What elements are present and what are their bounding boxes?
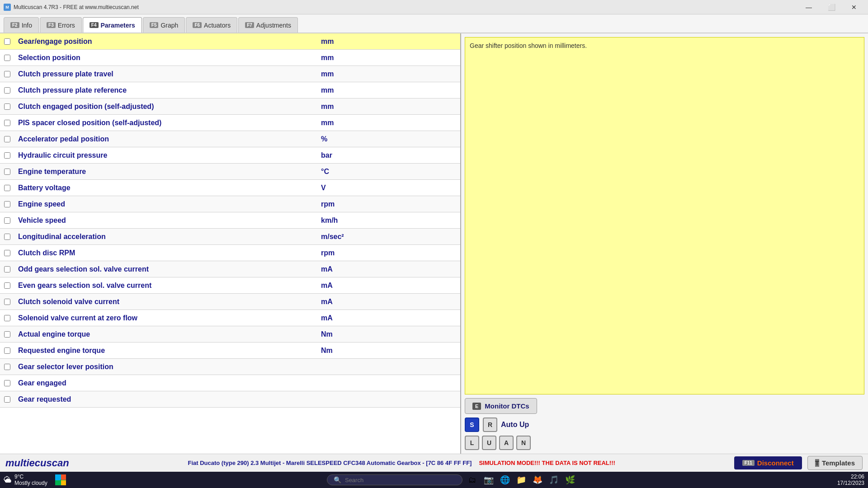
param-row: Battery voltage V <box>0 180 460 196</box>
param-row: Solenoid valve current at zero flow mA <box>0 310 460 326</box>
taskbar-widget6[interactable]: 🎵 <box>547 474 560 486</box>
s-key[interactable]: S <box>465 418 479 432</box>
param-checkbox[interactable] <box>0 347 14 354</box>
start-button[interactable] <box>55 474 66 485</box>
param-check-input[interactable] <box>4 331 10 338</box>
monitor-label: Monitor DTCs <box>485 402 529 410</box>
param-checkbox[interactable] <box>0 380 14 386</box>
app-icon: M <box>4 4 11 11</box>
info-box: Gear shifter position shown in millimete… <box>465 37 864 394</box>
tab-errors[interactable]: F3Errors <box>40 17 82 33</box>
param-check-input[interactable] <box>4 315 10 321</box>
r-key[interactable]: R <box>483 418 497 432</box>
taskbar-widget3[interactable]: 🌐 <box>499 474 511 486</box>
param-row: Clutch pressure plate reference mm <box>0 82 460 99</box>
param-check-input[interactable] <box>4 299 10 305</box>
param-check-input[interactable] <box>4 380 10 386</box>
tab-graph[interactable]: F5Graph <box>143 17 185 33</box>
param-checkbox[interactable] <box>0 364 14 370</box>
param-name: Hydraulic circuit pressure <box>14 151 316 160</box>
param-check-input[interactable] <box>4 217 10 224</box>
param-check-input[interactable] <box>4 282 10 289</box>
param-unit: mA <box>316 298 460 306</box>
param-checkbox[interactable] <box>0 282 14 289</box>
param-check-input[interactable] <box>4 136 10 142</box>
param-check-input[interactable] <box>4 364 10 370</box>
param-check-input[interactable] <box>4 250 10 256</box>
param-row: Clutch engaged position (self-adjusted) … <box>0 99 460 115</box>
param-check-input[interactable] <box>4 396 10 403</box>
param-unit: % <box>316 135 460 143</box>
tab-info[interactable]: F2Info <box>4 17 39 33</box>
n-gear-key[interactable]: N <box>516 436 531 450</box>
param-name: Requested engine torque <box>14 347 316 355</box>
templates-button[interactable]: T Templates <box>807 456 863 470</box>
tab-actuators[interactable]: F6Actuators <box>186 17 237 33</box>
statusbar: multiecuscan Fiat Ducato (type 290) 2.3 … <box>0 454 868 472</box>
param-check-input[interactable] <box>4 234 10 240</box>
weather-widget: 🌥 9°C Mostly cloudy <box>4 474 49 486</box>
param-row: Clutch disc RPM rpm <box>0 245 460 261</box>
param-check-input[interactable] <box>4 87 10 94</box>
param-checkbox[interactable] <box>0 250 14 256</box>
param-check-input[interactable] <box>4 347 10 354</box>
param-row: Accelerator pedal position % <box>0 131 460 147</box>
param-checkbox[interactable] <box>0 234 14 240</box>
param-checkbox[interactable] <box>0 315 14 321</box>
param-unit: mm <box>316 86 460 94</box>
param-check-input[interactable] <box>4 201 10 207</box>
templates-label: Templates <box>822 459 855 467</box>
search-bar[interactable]: 🔍 <box>327 474 462 485</box>
taskbar-widget5[interactable]: 🦊 <box>531 474 544 486</box>
param-checkbox[interactable] <box>0 169 14 175</box>
close-button[interactable]: ✕ <box>844 0 864 14</box>
tab-parameters[interactable]: F4Parameters <box>83 17 142 33</box>
param-checkbox[interactable] <box>0 152 14 159</box>
param-check-input[interactable] <box>4 103 10 110</box>
maximize-button[interactable]: ⬜ <box>821 0 842 14</box>
param-checkbox[interactable] <box>0 331 14 338</box>
param-name: Accelerator pedal position <box>14 135 316 143</box>
param-checkbox[interactable] <box>0 120 14 126</box>
param-unit: mA <box>316 282 460 290</box>
param-check-input[interactable] <box>4 55 10 61</box>
monitor-dtcs-button[interactable]: E Monitor DTCs <box>465 398 537 414</box>
param-check-input[interactable] <box>4 185 10 191</box>
param-checkbox[interactable] <box>0 185 14 191</box>
param-checkbox[interactable] <box>0 38 14 45</box>
param-checkbox[interactable] <box>0 299 14 305</box>
a-gear-key[interactable]: A <box>499 436 514 450</box>
taskbar-widget4[interactable]: 📁 <box>515 474 528 486</box>
param-check-input[interactable] <box>4 71 10 77</box>
param-row: Even gears selection sol. valve current … <box>0 277 460 294</box>
param-checkbox[interactable] <box>0 201 14 207</box>
param-check-input[interactable] <box>4 120 10 126</box>
param-check-input[interactable] <box>4 38 10 45</box>
param-check-input[interactable] <box>4 152 10 159</box>
param-checkbox[interactable] <box>0 217 14 224</box>
param-unit: mm <box>316 38 460 46</box>
param-unit: Nm <box>316 347 460 355</box>
tab-adjustments[interactable]: F7Adjustments <box>238 17 298 33</box>
taskbar-widget2[interactable]: 📷 <box>482 474 495 486</box>
param-checkbox[interactable] <box>0 103 14 110</box>
search-input[interactable] <box>345 477 453 483</box>
l-gear-key[interactable]: L <box>465 436 479 450</box>
param-name: Vehicle speed <box>14 216 316 225</box>
taskbar-widget1[interactable]: 🗂 <box>466 474 479 486</box>
param-check-input[interactable] <box>4 266 10 272</box>
param-checkbox[interactable] <box>0 71 14 77</box>
right-panel: Gear shifter position shown in millimete… <box>461 33 868 454</box>
taskbar-widget7[interactable]: 🌿 <box>564 474 576 486</box>
param-checkbox[interactable] <box>0 55 14 61</box>
disconnect-button[interactable]: F11 Disconnect <box>734 456 802 469</box>
param-checkbox[interactable] <box>0 396 14 403</box>
u-gear-key[interactable]: U <box>482 436 496 450</box>
param-checkbox[interactable] <box>0 87 14 94</box>
param-checkbox[interactable] <box>0 136 14 142</box>
minimize-button[interactable]: — <box>798 0 819 14</box>
gear-keys-row2: LUAN <box>465 436 864 450</box>
time: 22:06 <box>837 474 864 480</box>
param-checkbox[interactable] <box>0 266 14 272</box>
param-check-input[interactable] <box>4 169 10 175</box>
